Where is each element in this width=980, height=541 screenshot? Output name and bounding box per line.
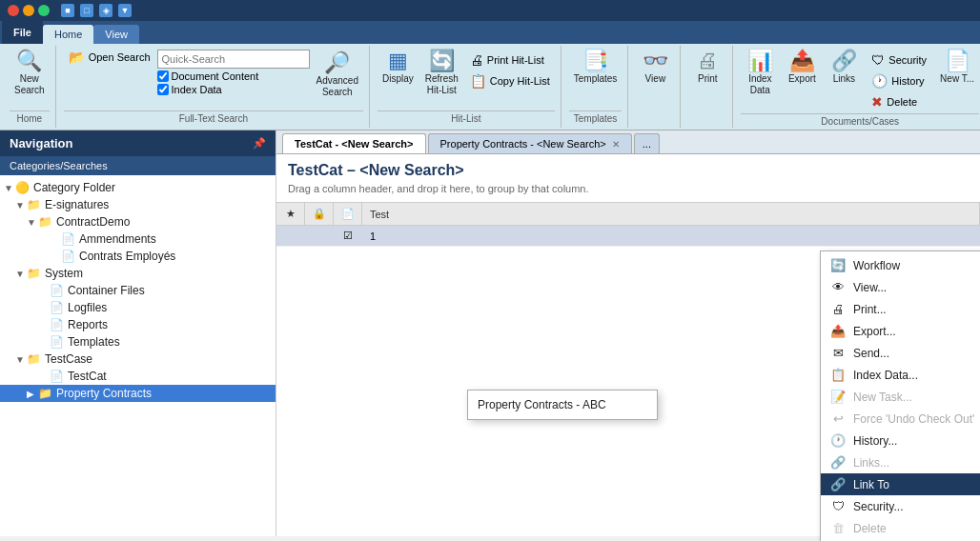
main-area: Navigation 📌 Categories/Searches ▼ 🟡 Cat… (0, 130, 980, 536)
new-t-icon: 📄 (945, 50, 970, 71)
links-button[interactable]: 🔗 Links (825, 48, 863, 88)
tree-arrow: ▼ (15, 269, 27, 279)
new-search-button[interactable]: 🔍 NewSearch (10, 48, 50, 99)
tree-item-container-files[interactable]: 📄 Container Files (0, 282, 276, 299)
print-button[interactable]: 🖨 Print (688, 48, 726, 88)
tree-item-contrats-employes[interactable]: 📄 Contrats Employés (0, 248, 276, 265)
ctx-export[interactable]: 📤 Export... (821, 320, 980, 342)
ctx-delete: 🗑 Delete (821, 517, 980, 539)
tree-item-system[interactable]: ▼ 📁 System (0, 265, 276, 282)
history-button[interactable]: 🕐 History (867, 71, 931, 90)
tab-view[interactable]: View (93, 25, 139, 44)
export-button[interactable]: 📤 Export (783, 48, 821, 88)
context-menu: 🔄 Workflow ▶ 👁 View... 🖨 Print... 📤 Expo… (820, 250, 980, 541)
results-area: ★ 🔒 📄 Test ☑ 1 🔄 Workflow ▶ (276, 203, 980, 536)
tab-testcat-search[interactable]: TestCat - <New Search> (282, 133, 426, 153)
title-bar: ■ □ ◈ ▼ (0, 0, 980, 21)
link-to-ctx-icon: 🔗 (830, 477, 846, 491)
ribbon-group-hitlist: ▦ Display 🔄 RefreshHit-List 🖨 Print Hit-… (372, 46, 561, 128)
history-ctx-icon: 🕐 (830, 433, 846, 448)
ctx-security[interactable]: 🛡 Security... (821, 495, 980, 517)
tab-file[interactable]: File (2, 21, 43, 44)
tree-item-category-folder[interactable]: ▼ 🟡 Category Folder (0, 179, 276, 196)
menu-tab-bar: File Home View (0, 21, 980, 44)
tab-close-icon[interactable]: ✕ (612, 139, 620, 150)
templates-button[interactable]: 📑 Templates (569, 48, 623, 88)
tab-home[interactable]: Home (43, 25, 93, 44)
search-header: TestCat – <New Search> Drag a column hea… (276, 154, 980, 203)
security-button[interactable]: 🛡 Security (867, 50, 931, 70)
tree-item-e-signatures[interactable]: ▼ 📁 E-signatures (0, 196, 276, 213)
pin-icon[interactable]: 📌 (253, 137, 266, 150)
advanced-search-icon: 🔎 (324, 52, 350, 73)
app-icon-3: ◈ (99, 4, 112, 17)
submenu-property-contracts-abc[interactable]: Property Contracts - ABC (468, 393, 657, 416)
index-data-icon: 📊 (747, 50, 773, 71)
tree-arrow: ▼ (15, 200, 27, 210)
tree-item-testcat[interactable]: 📄 TestCat (0, 368, 276, 385)
ctx-history[interactable]: 🕐 History... (821, 430, 980, 451)
index-data-button[interactable]: 📊 IndexData (741, 48, 779, 99)
workflow-icon: 🔄 (830, 258, 846, 272)
tree-item-templates[interactable]: 📄 Templates (0, 333, 276, 351)
property-contracts-icon: 📁 (38, 387, 53, 400)
tree-item-logfiles[interactable]: 📄 Logfiles (0, 299, 276, 316)
tree-item-property-contracts[interactable]: ▶ 📁 Property Contracts (0, 385, 276, 402)
close-dot[interactable] (8, 5, 19, 16)
ctx-view[interactable]: 👁 View... (821, 276, 980, 298)
table-row[interactable]: ☑ 1 (276, 226, 980, 247)
security-ctx-icon: 🛡 (830, 499, 846, 513)
delete-button[interactable]: ✖ Delete (867, 92, 931, 111)
tree-item-reports[interactable]: 📄 Reports (0, 316, 276, 333)
print-ctx-icon: 🖨 (830, 302, 846, 316)
delete-icon: ✖ (871, 94, 883, 110)
print-hitlist-button[interactable]: 🖨 Print Hit-List (465, 50, 555, 70)
print-main-icon: 🖨 (697, 50, 718, 71)
tab-more-button[interactable]: ... (634, 133, 660, 153)
ribbon: 🔍 NewSearch Home 📂 Open Search Document … (0, 44, 980, 130)
templates-group-label: Templates (569, 110, 623, 126)
view-button[interactable]: 👓 View (636, 48, 674, 88)
search-title: TestCat – <New Search> (288, 162, 969, 179)
ctx-print[interactable]: 🖨 Print... (821, 298, 980, 320)
open-search-button[interactable]: 📂 Open Search (64, 48, 155, 67)
contrats-employes-icon: 📄 (61, 250, 76, 263)
ctx-send[interactable]: ✉ Send... (821, 342, 980, 364)
tree-item-testcase[interactable]: ▼ 📁 TestCase (0, 351, 276, 368)
links-icon: 🔗 (831, 50, 857, 71)
navigation-panel: Navigation 📌 Categories/Searches ▼ 🟡 Cat… (0, 130, 276, 536)
display-button[interactable]: ▦ Display (378, 48, 419, 88)
refresh-hitlist-button[interactable]: 🔄 RefreshHit-List (420, 48, 463, 99)
view-ctx-icon: 👁 (830, 280, 846, 294)
templates-icon: 📑 (582, 50, 608, 71)
minimize-dot[interactable] (23, 5, 34, 16)
quick-search-input[interactable] (157, 50, 310, 69)
tree-item-ammendments[interactable]: 📄 Ammendments (0, 230, 276, 248)
index-data-check: Index Data (157, 84, 310, 95)
cell-lock (305, 234, 334, 238)
cell-star (276, 234, 305, 238)
tree-item-contractdemo[interactable]: ▼ 📁 ContractDemo (0, 213, 276, 230)
tab-property-contracts-search[interactable]: Property Contracts - <New Search> ✕ (428, 133, 632, 153)
reports-icon: 📄 (50, 318, 65, 331)
ribbon-group-print: 🖨 Print Print (683, 46, 733, 128)
ctx-index-data[interactable]: 📋 Index Data... (821, 364, 980, 386)
category-folder-icon: 🟡 (15, 181, 31, 194)
export-ctx-icon: 📤 (830, 324, 846, 338)
ctx-workflow[interactable]: 🔄 Workflow ▶ (821, 254, 980, 276)
nav-header: Navigation 📌 (0, 130, 276, 156)
new-t-button[interactable]: 📄 New T... (935, 48, 979, 88)
quick-access-icon: ▼ (118, 4, 132, 17)
app-icon-1: ■ (61, 4, 74, 17)
hitlist-group-label: Hit-List (378, 110, 555, 126)
tree-arrow: ▼ (15, 354, 27, 365)
advanced-search-button[interactable]: 🔎 AdvancedSearch (312, 50, 363, 101)
copy-hitlist-button[interactable]: 📋 Copy Hit-List (465, 71, 555, 90)
nav-subheader: Categories/Searches (0, 156, 276, 175)
tree-arrow: ▶ (27, 389, 38, 399)
maximize-dot[interactable] (38, 5, 50, 16)
new-search-icon: 🔍 (16, 50, 42, 71)
ctx-link-to[interactable]: 🔗 Link To ▶ (821, 473, 980, 495)
tree-arrow: ▼ (27, 217, 38, 228)
col-header-star: ★ (276, 203, 305, 225)
